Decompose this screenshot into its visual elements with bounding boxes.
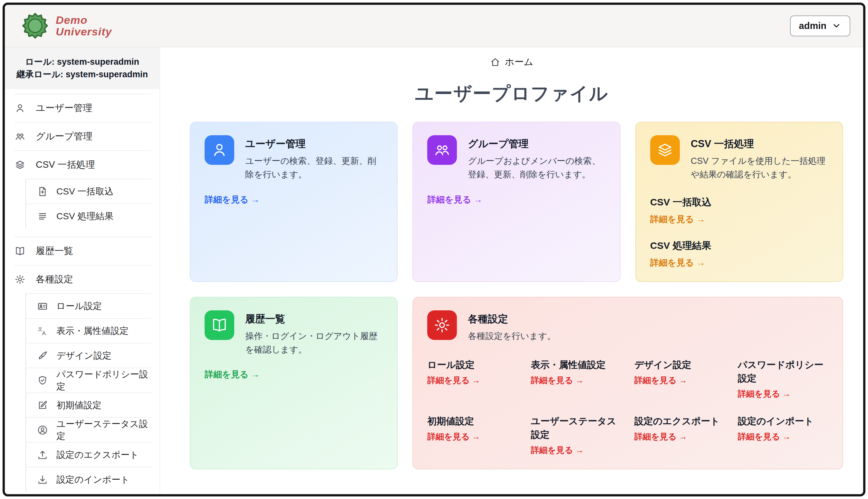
sidebar-item-label: ユーザー管理 — [36, 102, 92, 114]
card-group-management: グループ管理 グループおよびメンバーの検索、登録、更新、削除を行います。 詳細を… — [413, 122, 620, 282]
sidebar-item-settings-import[interactable]: 設定のインポート — [26, 467, 151, 491]
sidebar-item-label: ロール設定 — [56, 300, 102, 312]
settings-cell-password-policy: パスワードポリシー設定 詳細を見る → — [738, 358, 828, 400]
brand-text: Demo University — [56, 14, 112, 37]
user-menu-button[interactable]: admin — [790, 15, 850, 36]
settings-export-detail-link[interactable]: 詳細を見る → — [634, 431, 687, 442]
page-title: ユーザープロファイル — [160, 82, 863, 106]
settings-item-title: 設定のエクスポート — [634, 414, 725, 428]
sidebar-item-settings[interactable]: 各種設定 — [14, 265, 151, 293]
csv-results-title: CSV 処理結果 — [650, 239, 828, 252]
sidebar-item-csv-results[interactable]: CSV 処理結果 — [26, 204, 151, 228]
settings-item-title: 表示・属性値設定 — [531, 358, 621, 372]
card-desc: CSV ファイルを使用した一括処理や結果の確認を行います。 — [691, 155, 828, 182]
sidebar-item-group-management[interactable]: グループ管理 — [14, 122, 151, 150]
csv-results-detail-link[interactable]: 詳細を見る → — [650, 257, 705, 268]
gear-icon — [14, 274, 25, 285]
sidebar-item-user-management[interactable]: ユーザー管理 — [14, 94, 151, 122]
sidebar-group-settings: ロール設定 文A 表示・属性値設定 デザイン設定 — [25, 293, 151, 491]
sidebar-item-label: 表示・属性値設定 — [56, 325, 129, 337]
card-history: 履歴一覧 操作・ログイン・ログアウト履歴を確認します。 詳細を見る → — [190, 297, 397, 470]
card-desc: グループおよびメンバーの検索、登録、更新、削除を行います。 — [468, 155, 605, 182]
sidebar-item-label: デザイン設定 — [56, 350, 111, 362]
book-icon — [14, 246, 25, 257]
card-title: 履歴一覧 — [245, 312, 383, 326]
users-icon — [427, 135, 457, 165]
sidebar-item-display-attribute-settings[interactable]: 文A 表示・属性値設定 — [26, 318, 151, 343]
sidebar-item-label: CSV 一括取込 — [56, 185, 114, 198]
csv-results-section: CSV 処理結果 詳細を見る → — [650, 239, 828, 268]
header: Demo University admin — [5, 5, 863, 47]
card-head: 履歴一覧 操作・ログイン・ログアウト履歴を確認します。 — [205, 311, 383, 357]
brand[interactable]: Demo University — [22, 12, 112, 39]
card-title: ユーザー管理 — [245, 137, 383, 151]
sidebar-item-history[interactable]: 履歴一覧 — [14, 236, 151, 265]
settings-user-status-detail-link[interactable]: 詳細を見る → — [531, 445, 583, 456]
settings-cell-role: ロール設定 詳細を見る → — [427, 358, 518, 400]
settings-cell-default-values: 初期値設定 詳細を見る → — [427, 414, 518, 456]
user-menu-label: admin — [799, 21, 827, 31]
csv-import-detail-link[interactable]: 詳細を見る → — [650, 214, 705, 225]
sidebar-item-default-values-settings[interactable]: 初期値設定 — [26, 392, 151, 417]
edit-icon — [37, 400, 48, 411]
sidebar-item-label: ユーザーステータス設定 — [56, 418, 151, 442]
book-icon — [205, 311, 234, 340]
settings-grid: ロール設定 詳細を見る → 表示・属性値設定 詳細を見る → デザイン設定 詳細… — [427, 358, 828, 456]
card-text: ユーザー管理 ユーザーの検索、登録、更新、削除を行います。 — [245, 135, 383, 182]
card-text: 履歴一覧 操作・ログイン・ログアウト履歴を確認します。 — [245, 311, 383, 357]
sidebar-menu: ユーザー管理 グループ管理 CSV 一括処理 — [5, 89, 159, 491]
sidebar-item-label: 各種設定 — [36, 273, 73, 286]
sidebar-item-user-status-settings[interactable]: ユーザーステータス設定 — [26, 417, 151, 442]
brand-line1: Demo — [56, 14, 112, 26]
settings-item-title: 設定のインポート — [738, 414, 828, 428]
inherited-role-line: 継承ロール: system-superadmin — [14, 68, 150, 81]
card-head: ユーザー管理 ユーザーの検索、登録、更新、削除を行います。 — [205, 135, 383, 182]
sidebar-item-label: 設定のエクスポート — [56, 449, 139, 461]
card-title: CSV 一括処理 — [691, 137, 828, 151]
sidebar-item-label: 履歴一覧 — [36, 245, 73, 257]
app-window: Demo University admin ロール: system-supera… — [3, 3, 865, 496]
chevron-down-icon — [832, 21, 841, 31]
brand-line2: University — [56, 26, 112, 37]
settings-cell-export: 設定のエクスポート 詳細を見る → — [634, 414, 725, 456]
id-card-icon — [37, 301, 48, 312]
sidebar-item-design-settings[interactable]: デザイン設定 — [26, 343, 151, 368]
settings-role-detail-link[interactable]: 詳細を見る → — [427, 375, 480, 386]
list-icon — [37, 211, 48, 222]
card-group-detail-link[interactable]: 詳細を見る → — [427, 194, 482, 205]
card-head: グループ管理 グループおよびメンバーの検索、登録、更新、削除を行います。 — [427, 135, 605, 182]
settings-password-policy-detail-link[interactable]: 詳細を見る → — [738, 388, 791, 400]
content: ロール: system-superadmin 継承ロール: system-sup… — [5, 47, 863, 494]
sidebar-item-csv-import[interactable]: CSV 一括取込 — [26, 179, 151, 204]
settings-import-detail-link[interactable]: 詳細を見る → — [738, 431, 791, 442]
home-icon — [490, 57, 500, 67]
settings-design-detail-link[interactable]: 詳細を見る → — [634, 375, 687, 386]
role-line: ロール: system-superadmin — [14, 56, 150, 68]
sidebar: ロール: system-superadmin 継承ロール: system-sup… — [5, 47, 160, 494]
layers-icon — [14, 159, 25, 170]
user-status-icon — [37, 425, 48, 436]
card-text: CSV 一括処理 CSV ファイルを使用した一括処理や結果の確認を行います。 — [691, 135, 828, 182]
sidebar-item-settings-export[interactable]: 設定のエクスポート — [26, 442, 151, 467]
settings-default-values-detail-link[interactable]: 詳細を見る → — [427, 431, 480, 442]
settings-display-attribute-detail-link[interactable]: 詳細を見る → — [531, 375, 583, 386]
sidebar-item-role-settings[interactable]: ロール設定 — [26, 293, 151, 318]
gear-icon — [427, 311, 457, 340]
settings-item-title: パスワードポリシー設定 — [738, 358, 828, 385]
card-title: グループ管理 — [468, 137, 605, 151]
settings-item-title: ロール設定 — [427, 358, 518, 372]
sidebar-item-password-policy-settings[interactable]: パスワードポリシー設定 — [26, 368, 151, 392]
breadcrumb[interactable]: ホーム — [160, 56, 863, 69]
breadcrumb-home-label: ホーム — [505, 56, 533, 69]
users-icon — [14, 131, 25, 142]
card-history-detail-link[interactable]: 詳細を見る → — [205, 369, 260, 380]
sidebar-item-label: CSV 一括処理 — [36, 158, 95, 171]
card-desc: ユーザーの検索、登録、更新、削除を行います。 — [245, 155, 383, 182]
card-desc: 操作・ログイン・ログアウト履歴を確認します。 — [245, 330, 383, 357]
import-icon — [37, 474, 48, 485]
cards-grid: ユーザー管理 ユーザーの検索、登録、更新、削除を行います。 詳細を見る → グル… — [160, 122, 863, 479]
user-icon — [205, 135, 234, 165]
user-icon — [14, 103, 25, 114]
card-user-detail-link[interactable]: 詳細を見る → — [205, 194, 260, 205]
sidebar-item-csv-batch[interactable]: CSV 一括処理 — [14, 150, 151, 179]
